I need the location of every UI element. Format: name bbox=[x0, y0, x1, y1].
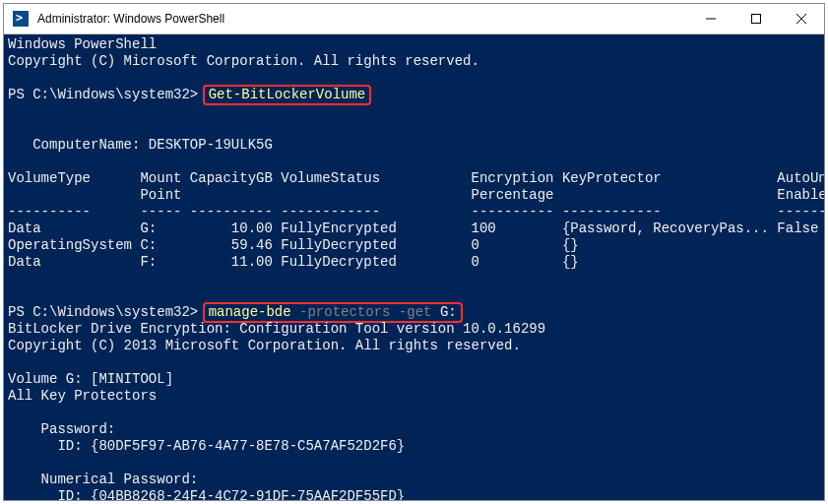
table-row: Data G: 10.00 FullyEncrypted 100 {Passwo… bbox=[8, 220, 824, 236]
table-header: Point Percentage Enabled Status bbox=[8, 187, 824, 203]
output-line: All Key Protectors bbox=[8, 388, 157, 404]
command-text: manage-bde bbox=[209, 304, 299, 320]
output-line: Numerical Password: bbox=[8, 472, 198, 487]
banner-line: Copyright (C) Microsoft Corporation. All… bbox=[8, 53, 479, 69]
command-text: Get-BitLockerVolume bbox=[209, 87, 366, 102]
command-arg: -protectors -get bbox=[299, 304, 440, 320]
minimize-button[interactable] bbox=[688, 4, 733, 34]
prompt: PS C:\Windows\system32> bbox=[8, 87, 207, 102]
ps-icon bbox=[4, 11, 37, 27]
window-title: Administrator: Windows PowerShell bbox=[37, 12, 688, 26]
titlebar[interactable]: Administrator: Windows PowerShell bbox=[4, 4, 824, 34]
terminal[interactable]: Windows PowerShell Copyright (C) Microso… bbox=[4, 34, 824, 500]
output-line: ID: {80DF5F97-AB76-4A77-8E78-C5A7AF52D2F… bbox=[8, 438, 405, 454]
output-line: ID: {04BB8268-24F4-4C72-91DF-75AAF2DF55F… bbox=[8, 488, 405, 500]
svg-rect-1 bbox=[752, 15, 761, 24]
banner-line: Windows PowerShell bbox=[8, 36, 157, 52]
prompt: PS C:\Windows\system32> bbox=[8, 304, 207, 320]
maximize-button[interactable] bbox=[733, 4, 779, 34]
table-row: OperatingSystem C: 59.46 FullyDecrypted … bbox=[8, 237, 824, 253]
table-separator: ---------- ----- ---------- ------------… bbox=[8, 204, 824, 220]
output-line: BitLocker Drive Encryption: Configuratio… bbox=[8, 321, 545, 337]
command-highlight: Get-BitLockerVolume bbox=[203, 85, 372, 105]
command-highlight: manage-bde -protectors -get G: bbox=[203, 302, 463, 323]
output-line: Password: bbox=[8, 421, 115, 437]
output-line: Copyright (C) 2013 Microsoft Corporation… bbox=[8, 338, 521, 353]
output-line: ComputerName: DESKTOP-19ULK5G bbox=[8, 137, 273, 153]
output-line: Volume G: [MINITOOL] bbox=[8, 371, 173, 387]
close-button[interactable] bbox=[779, 4, 824, 34]
table-header: VolumeType Mount CapacityGB VolumeStatus… bbox=[8, 170, 824, 186]
command-arg: G: bbox=[440, 304, 457, 320]
table-row: Data F: 11.00 FullyDecrypted 0 {} Off bbox=[8, 254, 824, 270]
powershell-window: Administrator: Windows PowerShell Window… bbox=[3, 3, 825, 501]
